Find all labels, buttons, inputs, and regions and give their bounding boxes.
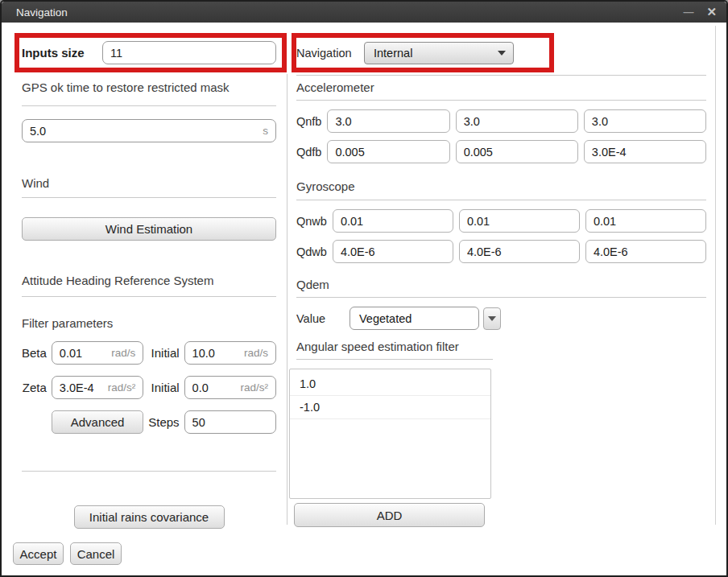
beta-unit: rad/s bbox=[111, 347, 135, 359]
qdem-value-row: Value Vegetated bbox=[296, 307, 706, 330]
qnfb-input-2[interactable] bbox=[464, 115, 570, 128]
zeta-label: Zeta bbox=[23, 381, 47, 394]
qdem-dropdown-value: Vegetated bbox=[350, 307, 479, 330]
zeta-initial-input[interactable] bbox=[192, 381, 238, 394]
covariance-button-wrap: Initial rains covariance bbox=[22, 505, 276, 529]
cancel-button[interactable]: Cancel bbox=[70, 542, 122, 565]
zeta-initial-unit: rad/s² bbox=[240, 381, 268, 394]
qnfb-label: Qnfb bbox=[296, 115, 321, 128]
beta-input[interactable] bbox=[60, 347, 108, 360]
qnwb-input-2[interactable] bbox=[467, 215, 572, 228]
bottom-left-separator bbox=[22, 471, 276, 472]
qdwb-input-2[interactable] bbox=[467, 245, 572, 258]
qdem-value-label: Value bbox=[296, 312, 350, 325]
wind-estimation-button[interactable]: Wind Estimation bbox=[22, 217, 276, 241]
navigation-dialog: Navigation — ✕ Inputs size GPS ok time t… bbox=[0, 0, 728, 577]
navigation-label: Navigation bbox=[296, 47, 364, 60]
qnwb-input-1[interactable] bbox=[341, 215, 445, 228]
add-button[interactable]: ADD bbox=[294, 503, 485, 527]
chevron-down-icon bbox=[498, 51, 506, 56]
accelerometer-header: Accelerometer bbox=[296, 80, 706, 94]
zeta-initial-field-box: rad/s² bbox=[184, 376, 276, 399]
qdwb-field-box-1 bbox=[333, 240, 453, 263]
zeta-initial-label: Initial bbox=[151, 381, 180, 394]
qdem-dropdown-arrow-button[interactable] bbox=[483, 307, 501, 330]
steps-field-box bbox=[184, 410, 276, 434]
qnfb-input-3[interactable] bbox=[592, 115, 698, 128]
qdwb-field-box-3 bbox=[585, 240, 706, 263]
inputs-size-field-box bbox=[102, 41, 276, 64]
qdfb-label: Qdfb bbox=[296, 146, 321, 159]
dialog-footer: Accept Cancel bbox=[13, 542, 122, 565]
wind-section-separator bbox=[22, 197, 276, 198]
beta-label: Beta bbox=[22, 346, 47, 360]
gyroscope-header: Gyroscope bbox=[296, 179, 706, 193]
qnwb-input-3[interactable] bbox=[594, 215, 698, 228]
navigation-dropdown-value: Internal bbox=[374, 47, 412, 60]
beta-initial-unit: rad/s bbox=[244, 347, 268, 359]
zeta-input[interactable] bbox=[60, 381, 105, 394]
qnwb-field-box-3 bbox=[585, 209, 706, 233]
inputs-size-input[interactable] bbox=[110, 47, 268, 60]
close-icon[interactable]: ✕ bbox=[706, 2, 717, 23]
angular-filter-separator bbox=[296, 359, 493, 360]
gps-section-header: GPS ok time to restore restricted mask bbox=[22, 80, 276, 94]
qnwb-field-box-2 bbox=[459, 209, 580, 233]
filter-parameters-grid: Beta rad/s Initial rad/s Zeta rad/s² Ini… bbox=[22, 341, 276, 434]
list-item[interactable]: 1.0 bbox=[290, 373, 490, 396]
qdwb-input-1[interactable] bbox=[341, 245, 445, 258]
accelerometer-separator bbox=[296, 100, 706, 101]
qdfb-input-1[interactable] bbox=[335, 146, 441, 159]
ahrs-section-header: Attitude Heading Reference System bbox=[22, 274, 276, 287]
beta-initial-input[interactable] bbox=[192, 347, 241, 360]
beta-initial-label: Initial bbox=[151, 346, 180, 360]
inputs-size-label: Inputs size bbox=[22, 46, 102, 60]
navigation-dropdown[interactable]: Internal bbox=[364, 42, 514, 64]
window-title: Navigation bbox=[16, 6, 670, 19]
gyroscope-separator bbox=[296, 200, 706, 200]
dialog-content: Inputs size GPS ok time to restore restr… bbox=[2, 23, 726, 575]
qnfb-field-box-1 bbox=[327, 109, 449, 133]
gps-time-input[interactable] bbox=[30, 125, 259, 138]
qdfb-input-2[interactable] bbox=[464, 146, 570, 159]
accept-button[interactable]: Accept bbox=[13, 542, 64, 565]
initial-rains-covariance-button[interactable]: Initial rains covariance bbox=[74, 505, 225, 529]
wind-section-header: Wind bbox=[22, 176, 276, 190]
gps-time-field-box: s bbox=[22, 119, 276, 142]
scroll-viewport-edge bbox=[715, 26, 716, 525]
inputs-size-row: Inputs size bbox=[22, 41, 276, 64]
list-item[interactable]: -1.0 bbox=[290, 396, 490, 419]
steps-input[interactable] bbox=[192, 416, 268, 429]
angular-filter-header: Angular speed estimation filter bbox=[296, 340, 706, 353]
steps-label: Steps bbox=[148, 415, 179, 429]
right-column: Navigation Internal Accelerometer Qnfb Q… bbox=[296, 23, 706, 527]
gyroscope-grid: Qnwb Qdwb bbox=[296, 209, 706, 263]
minimize-icon[interactable]: — bbox=[683, 2, 693, 23]
ahrs-section-separator bbox=[22, 296, 276, 297]
qnwb-field-box-1 bbox=[333, 209, 453, 233]
qnfb-field-box-3 bbox=[584, 109, 706, 133]
titlebar[interactable]: Navigation — ✕ bbox=[2, 2, 726, 23]
beta-field-box: rad/s bbox=[52, 341, 143, 365]
qdwb-label: Qdwb bbox=[296, 245, 327, 258]
gps-time-unit: s bbox=[263, 125, 268, 137]
qdem-separator bbox=[296, 297, 706, 298]
angular-filter-list[interactable]: 1.0 -1.0 bbox=[289, 369, 491, 499]
qdfb-field-box-1 bbox=[327, 140, 449, 163]
navigation-separator bbox=[296, 75, 706, 76]
accelerometer-grid: Qnfb Qdfb bbox=[296, 109, 706, 163]
column-divider bbox=[287, 74, 287, 525]
zeta-unit: rad/s² bbox=[108, 381, 136, 394]
qdfb-input-3[interactable] bbox=[592, 146, 698, 159]
chevron-down-icon bbox=[488, 316, 496, 321]
qnfb-input-1[interactable] bbox=[335, 115, 441, 128]
advanced-button[interactable]: Advanced bbox=[52, 410, 143, 434]
qdwb-input-3[interactable] bbox=[594, 245, 698, 258]
qdem-dropdown[interactable]: Vegetated bbox=[350, 307, 501, 330]
filter-parameters-label: Filter parameters bbox=[22, 316, 276, 330]
beta-initial-field-box: rad/s bbox=[184, 341, 276, 365]
qdfb-field-box-2 bbox=[456, 140, 578, 163]
navigation-row: Navigation Internal bbox=[296, 42, 706, 64]
qnfb-field-box-2 bbox=[456, 109, 578, 133]
qnwb-label: Qnwb bbox=[296, 215, 327, 228]
